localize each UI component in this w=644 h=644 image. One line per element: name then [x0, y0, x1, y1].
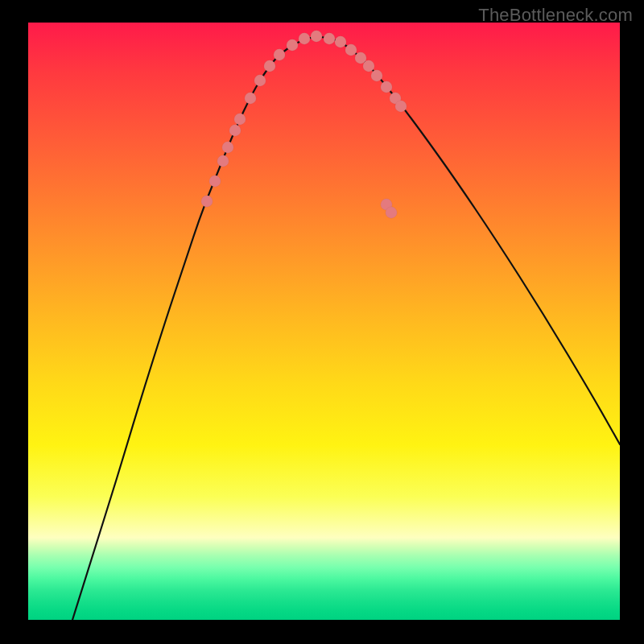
plot-area: [28, 23, 620, 620]
data-dot: [217, 155, 229, 167]
data-dot: [209, 175, 221, 187]
data-dot: [324, 33, 335, 44]
data-dot: [245, 93, 256, 104]
data-dot: [386, 207, 397, 218]
watermark-text: TheBottleneck.com: [478, 5, 633, 26]
data-dot: [234, 114, 246, 125]
data-dot: [229, 125, 241, 136]
data-dot: [287, 39, 298, 51]
data-dot: [311, 31, 322, 42]
data-dot: [254, 75, 266, 86]
data-dot: [345, 44, 357, 56]
curve-layer: [28, 23, 620, 620]
data-dot: [381, 81, 392, 93]
chart-frame: TheBottleneck.com: [0, 0, 644, 644]
data-dot: [299, 33, 310, 44]
data-dot: [335, 36, 346, 47]
data-dot: [264, 60, 275, 72]
data-dot: [371, 70, 382, 81]
bottleneck-curve: [72, 37, 620, 620]
data-dot: [274, 49, 285, 60]
data-dot: [201, 196, 213, 207]
data-dot: [222, 142, 233, 153]
data-dots: [201, 31, 407, 218]
data-dot: [395, 101, 407, 112]
data-dot: [363, 60, 374, 72]
